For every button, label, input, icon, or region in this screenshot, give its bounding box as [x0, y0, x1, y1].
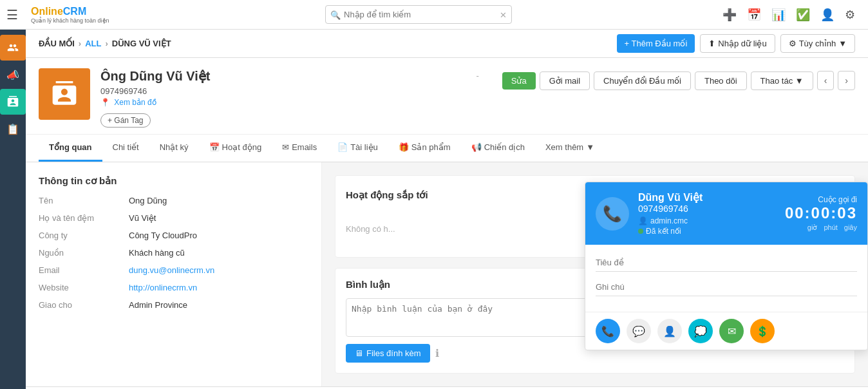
person-icon: 👤 — [638, 216, 648, 225]
tag-area: + Gán Tag — [100, 113, 466, 128]
call-avatar: 📞 — [596, 197, 629, 231]
call-overlay: 📞 Dũng Vũ Việt 0974969746 👤 admin.cmc Đã… — [585, 182, 868, 350]
call-body — [585, 245, 867, 312]
dropdown-arrow-icon: ▼ — [838, 39, 847, 48]
hamburger-icon[interactable]: ☰ — [6, 7, 18, 23]
tab-xem-them[interactable]: Xem thêm ▼ — [535, 135, 605, 162]
top-navbar: ☰ Online CRM Quản lý khách hàng toàn diệ… — [0, 0, 868, 30]
call-title-field — [596, 254, 857, 272]
footer-bar: CLOUDPRO - Giải pháp CRM cho thuê theo n… — [26, 386, 868, 389]
product-tab-icon: 🎁 — [399, 142, 409, 152]
breadcrumb-all[interactable]: All — [85, 39, 101, 48]
breadcrumb-sep2: › — [105, 39, 108, 48]
import-icon: ⬆ — [708, 39, 715, 48]
info-row-nguon: Nguồn Khách hàng cũ — [39, 248, 308, 258]
call-name: Dũng Vũ Việt — [638, 191, 776, 204]
info-row-website: Website http://onlinecrm.vn — [39, 283, 308, 292]
info-row-ho-ten-dem: Họ và tên đệm Vũ Việt — [39, 213, 308, 223]
tab-tong-quan[interactable]: Tổng quan — [39, 135, 102, 162]
logo: Online CRM Quản lý khách hàng toàn diện — [31, 3, 115, 26]
left-sidebar: 📣 📋 — [0, 30, 26, 389]
profile-header: Ông Dũng Vũ Việt 0974969746 📍 Xem bản đồ… — [26, 58, 868, 135]
call-time-display: 00:00:03 — [785, 204, 857, 222]
info-row-cong-ty: Công ty Công Ty CloudPro — [39, 231, 308, 240]
import-button[interactable]: ⬆ Nhập dữ liệu — [700, 34, 775, 53]
website-link[interactable]: http://onlinecrm.vn — [129, 283, 197, 292]
breadcrumb-current: Dũng Vũ Việt — [112, 39, 171, 48]
call-status: Đã kết nối — [638, 227, 776, 236]
prev-button[interactable]: ‹ — [817, 71, 835, 90]
profile-location[interactable]: 📍 Xem bản đồ — [100, 98, 466, 107]
profile-dash: - — [476, 71, 478, 81]
chart-icon[interactable]: 📊 — [771, 8, 786, 22]
status-dot-icon — [638, 229, 643, 234]
sidebar-item-reports[interactable]: 📋 — [0, 116, 26, 142]
action-button[interactable]: Thao tác ▼ — [751, 71, 813, 90]
tabs-bar: Tổng quan Chi tiết Nhật ký 📅 Hoạt động ✉… — [26, 135, 868, 162]
call-note-input[interactable] — [596, 278, 857, 296]
call-note-field — [596, 278, 857, 296]
edit-button[interactable]: Sửa — [502, 72, 536, 90]
task-icon[interactable]: ✅ — [796, 8, 810, 22]
call-timer: Cuộc gọi đi 00:00:03 giờ phút giây — [785, 195, 857, 232]
email-tab-icon: ✉ — [282, 142, 289, 152]
call-number: 0974969746 — [638, 204, 776, 214]
call-email-btn[interactable]: ✉ — [719, 319, 744, 343]
tab-chien-dich[interactable]: 📢 Chiến dịch — [461, 135, 535, 162]
document-tab-icon: 📄 — [337, 142, 348, 152]
send-mail-button[interactable]: Gởi mail — [540, 71, 590, 90]
calendar-icon[interactable]: 📅 — [747, 8, 761, 22]
call-sms-btn[interactable]: 💬 — [627, 319, 651, 343]
email-link[interactable]: dung.vu@onlinecrm.vn — [129, 265, 214, 275]
activity-title: Hoạt động sắp tới — [346, 189, 428, 201]
call-info: Dũng Vũ Việt 0974969746 👤 admin.cmc Đã k… — [638, 191, 776, 236]
info-row-email: Email dung.vu@onlinecrm.vn — [39, 265, 308, 275]
calendar-tab-icon: 📅 — [209, 142, 220, 152]
tab-san-pham[interactable]: 🎁 Sản phẩm — [388, 135, 461, 162]
campaign-tab-icon: 📢 — [471, 142, 482, 152]
sidebar-item-contacts[interactable] — [0, 89, 26, 115]
add-tag-button[interactable]: + Gán Tag — [100, 113, 151, 128]
follow-button[interactable]: Theo dõi — [695, 71, 747, 90]
call-footer: 📞 💬 👤 💭 ✉ 💲 — [585, 312, 867, 350]
call-header: 📞 Dũng Vũ Việt 0974969746 👤 admin.cmc Đã… — [585, 182, 867, 245]
convert-button[interactable]: Chuyển đổi Đầu mối — [594, 71, 691, 90]
user-icon[interactable]: 👤 — [820, 8, 835, 22]
sidebar-item-notifications[interactable]: 📣 — [0, 62, 26, 88]
logo-tagline: Quản lý khách hàng toàn diện — [31, 17, 109, 24]
sidebar-item-leads[interactable] — [0, 35, 26, 61]
left-panel: Thông tin cơ bản Tên Ong Dũng Họ và tên … — [26, 162, 322, 386]
call-dollar-btn[interactable]: 💲 — [750, 319, 775, 343]
profile-phone: 0974969746 — [100, 86, 466, 96]
xem-them-dropdown-icon: ▼ — [586, 142, 594, 152]
tab-chi-tiet[interactable]: Chi tiết — [102, 135, 149, 162]
breadcrumb-sep1: › — [79, 39, 81, 48]
add-lead-button[interactable]: + Thêm Đầu mối — [617, 34, 695, 53]
clear-search-icon[interactable]: ✕ — [500, 10, 507, 19]
call-phone-btn[interactable]: 📞 — [596, 319, 620, 343]
tab-emails[interactable]: ✉ Emails — [272, 135, 327, 162]
add-icon[interactable]: ➕ — [722, 8, 737, 22]
search-bar: 🔍 ✕ — [115, 5, 722, 24]
tab-hoat-dong[interactable]: 📅 Hoạt động — [199, 135, 272, 162]
customize-button[interactable]: ⚙ Tùy chỉnh ▼ — [780, 34, 855, 53]
info-row-ten: Tên Ong Dũng — [39, 196, 308, 205]
next-button[interactable]: › — [838, 71, 855, 90]
location-icon: 📍 — [100, 98, 110, 107]
tab-nhat-ky[interactable]: Nhật ký — [149, 135, 199, 162]
attach-files-button[interactable]: 🖥 Files đính kèm — [346, 344, 430, 363]
profile-avatar — [39, 68, 90, 120]
breadcrumb-actions: + Thêm Đầu mối ⬆ Nhập dữ liệu ⚙ Tùy chỉn… — [617, 34, 855, 53]
breadcrumb-bar: ĐẦU MỐI › All › Dũng Vũ Việt + Thêm Đầu … — [26, 30, 868, 58]
profile-actions: Sửa Gởi mail Chuyển đổi Đầu mối Theo dõi… — [502, 71, 855, 90]
call-admin: 👤 admin.cmc — [638, 216, 776, 225]
call-profile-btn[interactable]: 👤 — [657, 319, 682, 343]
call-chat-btn[interactable]: 💭 — [688, 319, 713, 343]
tab-tai-lieu[interactable]: 📄 Tài liệu — [327, 135, 388, 162]
call-type: Cuộc gọi đi — [785, 195, 857, 204]
basic-info-title: Thông tin cơ bản — [39, 175, 308, 187]
settings-icon[interactable]: ⚙ — [845, 8, 855, 22]
search-input[interactable] — [325, 5, 512, 24]
customize-icon: ⚙ — [789, 39, 797, 48]
call-title-input[interactable] — [596, 254, 857, 272]
